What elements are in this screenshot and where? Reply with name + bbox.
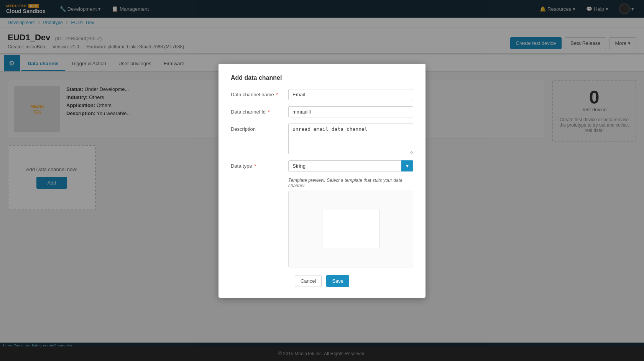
chevron-down-icon: ▾ bbox=[406, 163, 409, 169]
form-group-description: Description unread email data channel bbox=[231, 124, 413, 154]
data-type-label: Data type * bbox=[231, 160, 288, 169]
form-group-data-type: Data type * String Integer Float Hex GPS… bbox=[231, 160, 413, 171]
modal: Add data channel Data channel name * Dat… bbox=[219, 64, 426, 264]
channel-name-input[interactable] bbox=[288, 89, 413, 100]
form-group-id: Data channel Id * bbox=[231, 106, 413, 117]
template-inner-box bbox=[322, 210, 380, 248]
data-type-select-wrapper: String Integer Float Hex GPS GPIO ▾ bbox=[288, 160, 413, 171]
modal-title: Add data channel bbox=[231, 74, 413, 81]
channel-id-input[interactable] bbox=[288, 106, 413, 117]
form-group-name: Data channel name * bbox=[231, 89, 413, 100]
channel-name-label: Data channel name * bbox=[231, 89, 288, 97]
template-preview-label: Template preview: Select a template that… bbox=[288, 178, 413, 188]
description-input[interactable]: unread email data channel bbox=[288, 124, 413, 154]
template-preview-area bbox=[288, 191, 413, 264]
data-type-select[interactable]: String Integer Float Hex GPS GPIO bbox=[288, 160, 401, 171]
description-label: Description bbox=[231, 124, 288, 132]
modal-overlay: Add data channel Data channel name * Dat… bbox=[0, 0, 644, 264]
data-type-dropdown-button[interactable]: ▾ bbox=[401, 160, 413, 171]
channel-id-label: Data channel Id * bbox=[231, 106, 288, 115]
